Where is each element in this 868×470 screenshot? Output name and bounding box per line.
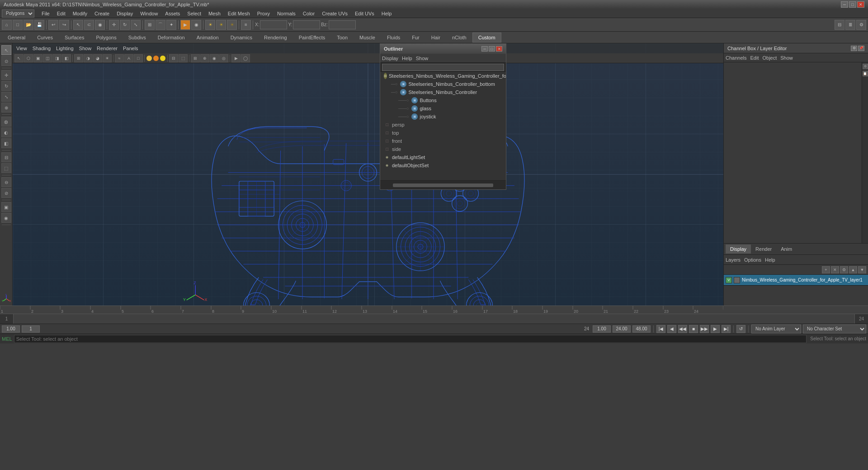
new-btn[interactable]: □ — [13, 20, 23, 30]
vp-uv-btn[interactable]: ◧ — [62, 54, 71, 62]
menu-color[interactable]: Color — [299, 10, 318, 17]
tab-dynamics[interactable]: Dynamics — [225, 33, 258, 42]
minimize-button[interactable]: ─ — [841, 1, 848, 8]
select-tool[interactable]: ↖ — [1, 45, 11, 55]
render-region[interactable]: ▣ — [1, 202, 11, 212]
vp-cam-btn[interactable]: ⬚ — [179, 54, 188, 62]
vp-axis-btn[interactable]: ⊕ — [200, 54, 209, 62]
tab-curves[interactable]: Curves — [31, 33, 59, 42]
show-manipulator[interactable]: ◧ — [1, 138, 11, 148]
render-btn[interactable]: ▶ — [180, 20, 190, 30]
lasso-btn[interactable]: ⊂ — [84, 20, 94, 30]
redo-btn[interactable]: ↪ — [59, 20, 69, 30]
scale-btn[interactable]: ⤡ — [131, 20, 141, 30]
new-layer-btn[interactable]: + — [822, 266, 830, 273]
timeline-track[interactable] — [14, 314, 854, 324]
outliner-help-menu[interactable]: Help — [402, 56, 412, 61]
timeline-container[interactable]: 1 24 — [0, 314, 868, 324]
outliner-item[interactable]: ⬚side — [380, 145, 506, 153]
next-key-btn[interactable]: ▶| — [722, 325, 731, 333]
rotate-btn[interactable]: ↻ — [120, 20, 130, 30]
tab-fur[interactable]: Fur — [406, 33, 425, 42]
menu-select[interactable]: Select — [184, 10, 205, 17]
settings-btn[interactable]: ⚙ — [856, 20, 866, 30]
menu-proxy[interactable]: Proxy — [254, 10, 274, 17]
prev-key-btn[interactable]: |◀ — [656, 325, 665, 333]
light-btn[interactable]: ☀ — [205, 20, 215, 30]
outliner-item[interactable]: ⬚front — [380, 137, 506, 145]
tab-general[interactable]: General — [2, 33, 31, 42]
x-input[interactable] — [260, 20, 287, 29]
vp-res-btn[interactable]: □ — [134, 54, 143, 62]
menu-window[interactable]: Window — [137, 10, 161, 17]
annotation-tool[interactable]: ⊘ — [1, 188, 11, 198]
next-frame-btn[interactable]: ▶ — [711, 325, 720, 333]
menu-modify[interactable]: Modify — [69, 10, 91, 17]
outliner-item[interactable]: —○▣Steelseries_Nimbus_Controller — [380, 88, 506, 96]
universal-tool[interactable]: ⊕ — [1, 103, 11, 113]
cb-edit-menu[interactable]: Edit — [750, 55, 759, 61]
current-frame-input[interactable] — [22, 325, 40, 333]
vp-joint-btn[interactable]: ◎ — [219, 54, 228, 62]
outliner-item[interactable]: ——○▣Buttons — [380, 96, 506, 104]
vp-move-btn[interactable]: ⬡ — [24, 54, 33, 62]
menu-help[interactable]: Help — [378, 10, 396, 17]
prev-frame-btn[interactable]: ◀ — [667, 325, 676, 333]
layer-up-btn[interactable]: ▲ — [849, 266, 857, 273]
show-all-btn[interactable]: ≡ — [241, 20, 251, 30]
camera-tool[interactable]: ⬚ — [1, 163, 11, 173]
menu-edit-uvs[interactable]: Edit UVs — [351, 10, 378, 17]
outliner-search-input[interactable] — [382, 64, 504, 71]
outliner-show-menu[interactable]: Show — [416, 56, 429, 61]
workspace-select[interactable]: Polygons — [2, 9, 34, 18]
mel-input[interactable] — [14, 335, 807, 343]
layers-options-menu[interactable]: Options — [744, 257, 761, 263]
menu-file[interactable]: File — [38, 10, 53, 17]
home-btn[interactable]: ⌂ — [2, 20, 12, 30]
close-button[interactable]: ✕ — [857, 1, 864, 8]
outliner-item[interactable]: ——○▣glass — [380, 104, 506, 113]
menu-create[interactable]: Create — [91, 10, 113, 17]
tab-custom[interactable]: Custom — [472, 33, 501, 42]
outliner-minimize[interactable]: ─ — [481, 46, 488, 52]
z-input[interactable] — [329, 20, 356, 29]
open-btn[interactable]: 📂 — [24, 20, 33, 30]
soft-mod-tool[interactable]: ◍ — [1, 117, 11, 127]
play-back-btn[interactable]: ◀◀ — [678, 325, 687, 333]
outliner-close[interactable]: ✕ — [496, 46, 502, 52]
tab-polygons[interactable]: Polygons — [90, 33, 122, 42]
outliner-item[interactable]: ——○▣joystick — [380, 113, 506, 121]
menu-edit[interactable]: Edit — [53, 10, 69, 17]
tab-animation[interactable]: Animation — [191, 33, 225, 42]
save-btn[interactable]: 💾 — [34, 20, 44, 30]
menu-create-uvs[interactable]: Create UVs — [318, 10, 351, 17]
vp-lighting-menu[interactable]: Lighting — [56, 46, 74, 51]
rotate-tool[interactable]: ↻ — [1, 81, 11, 91]
vp-face-btn[interactable]: ◨ — [52, 54, 61, 62]
ipr-btn[interactable]: ◉ — [191, 20, 201, 30]
measure-tool[interactable]: ⊖ — [1, 177, 11, 187]
tab-painteffects[interactable]: PaintEffects — [293, 33, 331, 42]
vp-aa-btn[interactable]: A — [124, 54, 133, 62]
cb-show-menu[interactable]: Show — [780, 55, 793, 61]
outliner-item[interactable]: ⬚persp — [380, 121, 506, 129]
menu-mesh[interactable]: Mesh — [205, 10, 224, 17]
menu-edit-mesh[interactable]: Edit Mesh — [224, 10, 254, 17]
vp-poly-btn[interactable]: ▣ — [33, 54, 42, 62]
menu-assets[interactable]: Assets — [161, 10, 184, 17]
vp-renderer-menu[interactable]: Renderer — [97, 46, 118, 51]
tab-hair[interactable]: Hair — [425, 33, 446, 42]
cb-channels-menu[interactable]: Channels — [726, 55, 746, 61]
paint-select-tool[interactable]: ⊙ — [1, 56, 11, 66]
tab-render[interactable]: Render — [751, 244, 776, 254]
light2-btn[interactable]: ☀ — [216, 20, 226, 30]
tab-ncloth[interactable]: nCloth — [446, 33, 472, 42]
vp-panels-menu[interactable]: Panels — [123, 46, 138, 51]
tab-surfaces[interactable]: Surfaces — [59, 33, 90, 42]
move-btn[interactable]: ✛ — [109, 20, 119, 30]
cb-object-menu[interactable]: Object — [762, 55, 777, 61]
vp-select-btn[interactable]: ↖ — [14, 54, 24, 62]
vp-fog-btn[interactable]: ≈ — [115, 54, 124, 62]
outliner-item[interactable]: ◉defaultObjectSet — [380, 161, 506, 169]
loop-btn[interactable]: ↺ — [736, 325, 745, 333]
